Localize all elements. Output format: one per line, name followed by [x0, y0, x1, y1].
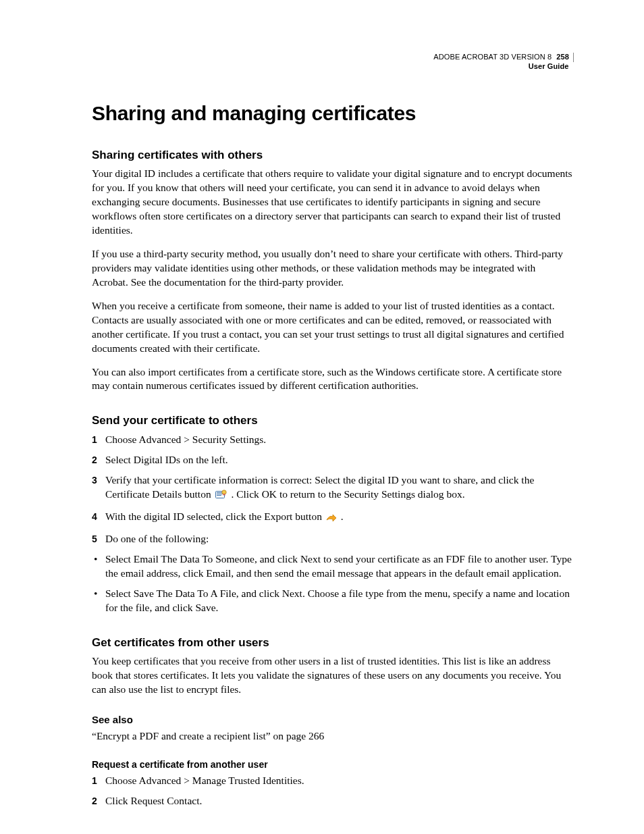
step-item: With the digital ID selected, click the …	[92, 510, 574, 526]
step-item: Choose Advanced > Security Settings.	[92, 433, 574, 447]
steps-list: Choose Advanced > Security Settings. Sel…	[92, 433, 574, 546]
body-paragraph: When you receive a certificate from some…	[92, 299, 574, 356]
svg-rect-3	[217, 495, 221, 496]
bullet-list: Select Email The Data To Someone, and cl…	[92, 552, 574, 615]
section-get-title: Get certificates from other users	[92, 635, 574, 651]
step-text: Do one of the following:	[105, 533, 209, 544]
body-paragraph: You keep certificates that you receive f…	[92, 654, 574, 697]
body-paragraph: If you use a third-party security method…	[92, 247, 574, 290]
certificate-details-icon	[215, 490, 227, 504]
bullet-text: Select Save The Data To A File, and clic…	[105, 588, 570, 613]
export-arrow-icon	[326, 512, 337, 526]
steps-list: Choose Advanced > Manage Trusted Identit…	[92, 774, 574, 808]
bullet-item: Select Email The Data To Someone, and cl…	[92, 552, 574, 581]
product-name: ADOBE ACROBAT 3D VERSION 8	[433, 53, 552, 61]
step-item: Choose Advanced > Manage Trusted Identit…	[92, 774, 574, 788]
step-item: Verify that your certificate information…	[92, 473, 574, 504]
section-send-title: Send your certificate to others	[92, 413, 574, 429]
page-number: 258	[554, 53, 569, 61]
step-text: Select Digital IDs on the left.	[105, 454, 228, 465]
step-item: Do one of the following:	[92, 532, 574, 546]
running-header: ADOBE ACROBAT 3D VERSION 8 258 User Guid…	[433, 53, 574, 72]
see-also-heading: See also	[92, 713, 574, 727]
step-text: Choose Advanced > Manage Trusted Identit…	[105, 775, 304, 786]
step-text: Click Request Contact.	[105, 795, 202, 806]
bullet-text: Select Email The Data To Someone, and cl…	[105, 553, 572, 579]
section-sharing-title: Sharing certificates with others	[92, 148, 574, 163]
page: ADOBE ACROBAT 3D VERSION 8 258 User Guid…	[0, 0, 644, 834]
step-text: Choose Advanced > Security Settings.	[105, 434, 266, 445]
section-request-title: Request a certificate from another user	[92, 758, 574, 771]
chapter-title: Sharing and managing certificates	[92, 100, 574, 128]
step-text: With the digital ID selected, click the …	[105, 511, 325, 522]
bullet-item: Select Save The Data To A File, and clic…	[92, 587, 574, 615]
body-paragraph: You can also import certificates from a …	[92, 365, 574, 394]
step-item: Click Request Contact.	[92, 794, 574, 808]
step-text: . Click OK to return to the Security Set…	[231, 488, 464, 500]
step-text: .	[341, 511, 344, 522]
step-item: Select Digital IDs on the left.	[92, 453, 574, 467]
doc-label: User Guide	[433, 62, 574, 72]
see-also-link[interactable]: “Encrypt a PDF and create a recipient li…	[92, 729, 574, 744]
body-paragraph: Your digital ID includes a certificate t…	[92, 167, 574, 238]
